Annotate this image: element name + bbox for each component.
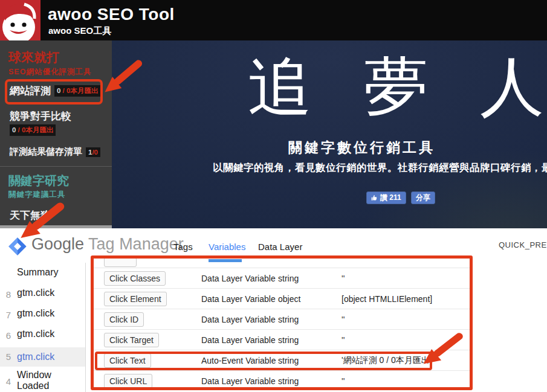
competitor-export-badge-row: 0 / 0本月匯出 (10, 124, 56, 136)
event-number: 4 (1, 374, 11, 389)
event-label: gtm.click (17, 329, 83, 339)
awoo-mascot-icon[interactable] (0, 0, 40, 40)
event-item-window-loaded-4[interactable]: 4 Window Loaded (0, 370, 85, 392)
export-count-badge: 0 / 0本月匯出 (10, 124, 56, 136)
event-number: 7 (1, 308, 11, 323)
tab-variables[interactable]: Variables (209, 242, 245, 252)
seo-site-section: 球來就打 SEO網站優化評測工具 網站評測 0 / 0本月匯出 競爭對手比較 0… (0, 40, 547, 228)
event-item-gtm-click-7[interactable]: 7 gtm.click (0, 308, 85, 323)
gtm-sidebar-divider (85, 263, 86, 392)
sidebar-divider (0, 166, 112, 167)
seo-sidebar: 球來就打 SEO網站優化評測工具 網站評測 0 / 0本月匯出 競爭對手比較 0… (0, 40, 112, 228)
hero-description: 以關鍵字的視角，看見數位行銷的世界。社群行銷經營與品牌口碑行銷，最對 (213, 161, 547, 175)
event-label: Summary (17, 267, 83, 278)
gtm-brand-secondary: Tag Manager (88, 235, 184, 253)
saved-count-badge: 1/0 (86, 147, 100, 157)
sidebar-item-competitor-compare[interactable]: 競爭對手比較 (10, 109, 71, 123)
facebook-button-row: 讚 211 分享 (366, 191, 435, 204)
event-number: 6 (1, 329, 11, 343)
sidebar-group2-subtitle: 關鍵字建議工具 (8, 190, 66, 200)
fb-share-button[interactable]: 分享 (411, 191, 435, 204)
fb-like-button[interactable]: 讚 211 (366, 191, 406, 204)
tab-tags[interactable]: Tags (173, 242, 193, 252)
event-item-gtm-click-6[interactable]: 6 gtm.click (0, 329, 85, 343)
event-item-gtm-click-8[interactable]: 8 gtm.click (0, 288, 85, 302)
fb-share-label: 分享 (416, 193, 430, 202)
hero-title: 追夢人 (248, 44, 547, 130)
fb-like-label: 讚 211 (380, 193, 401, 202)
event-label: gtm.click (17, 347, 83, 367)
annotation-box-site-review (5, 79, 103, 104)
annotation-arrow-site-review-icon (102, 59, 145, 94)
sidebar-item-label: 競爭對手比較 (10, 109, 71, 123)
event-label: gtm.click (17, 308, 83, 319)
hero-banner: 追夢人 關鍵字數位行銷工具 以關鍵字的視角，看見數位行銷的世界。社群行銷經營與品… (112, 40, 547, 228)
annotation-box-click-text-row (95, 352, 432, 370)
quick-preview-label: QUICK_PREVIEW (499, 240, 547, 249)
tab-data-layer[interactable]: Data Layer (258, 242, 302, 252)
event-number: 5 (1, 347, 11, 367)
app-subtitle: awoo SEO工具 (48, 25, 111, 37)
event-item-gtm-click-5-selected[interactable]: 5 gtm.click (0, 347, 85, 367)
sidebar-group2-title: 關鍵字研究 (8, 173, 69, 189)
sidebar-group1-subtitle: SEO網站優化評測工具 (8, 67, 91, 77)
annotation-arrow-gtm-logo-icon (17, 202, 68, 240)
app-header: awoo SEO Tool awoo SEO工具 (0, 0, 547, 40)
event-label: gtm.click (17, 288, 83, 298)
sidebar-group1-title: 球來就打 (8, 49, 59, 66)
app-title: awoo SEO Tool (48, 5, 175, 24)
hero-subtitle: 關鍵字數位行銷工具 (288, 138, 435, 157)
event-label: Window Loaded (17, 370, 83, 391)
sidebar-item-label: 評測結果儲存清單 (10, 146, 82, 158)
sidebar-item-saved-results[interactable]: 評測結果儲存清單 1/0 (10, 146, 100, 158)
event-number: 8 (1, 288, 11, 302)
annotation-arrow-click-text-icon (420, 332, 466, 366)
event-item-summary[interactable]: Summary (0, 267, 85, 281)
thumbs-up-icon (371, 194, 378, 201)
